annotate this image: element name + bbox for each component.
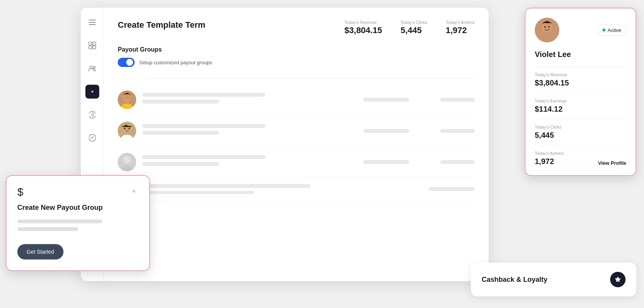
stat-skeleton-2a (363, 129, 409, 133)
stat-skeleton-1a (363, 98, 409, 102)
sk4e (429, 187, 475, 191)
profile-avatar (535, 18, 559, 42)
header-row: Create Template Term Today's Revenue $3,… (118, 20, 475, 35)
clicks-label: Today's Clicks (400, 20, 427, 25)
svg-point-18 (124, 128, 125, 129)
actions-label: Today's Actions (446, 20, 475, 25)
revenue-value: $3,804.15 (344, 25, 382, 35)
divider-revenue (535, 67, 626, 67)
page-title: Create Template Term (118, 20, 205, 30)
get-started-button[interactable]: Get Started (17, 244, 63, 259)
profile-revenue-label: Today's Revenue (535, 72, 626, 77)
stat-skeleton-2b (440, 129, 475, 133)
cashback-icon (610, 272, 626, 287)
profile-revenue-value: $3,804.15 (535, 79, 626, 87)
profile-actions-value: 1,972 (535, 157, 564, 166)
svg-point-28 (548, 26, 550, 28)
clicks-value: 5,445 (400, 25, 422, 35)
member-info-1 (142, 93, 357, 107)
svg-point-23 (123, 156, 131, 164)
divider-1 (118, 78, 475, 78)
member-row-3[interactable] (118, 147, 475, 178)
profile-clicks: Today's Clicks 5,445 (535, 125, 626, 140)
payout-toggle[interactable] (118, 58, 135, 67)
payout-skeleton-1 (17, 219, 102, 223)
payout-skeleton-2 (17, 227, 78, 231)
member-stats-2 (363, 129, 475, 133)
bolt-icon[interactable] (85, 108, 99, 122)
profile-clicks-label: Today's Clicks (535, 125, 626, 129)
member-info-2 (142, 124, 357, 138)
clicks-stat: Today's Clicks 5,445 (400, 20, 427, 35)
compass-icon[interactable] (85, 85, 99, 99)
toggle-label: Setup customized payout groups (139, 60, 212, 65)
profile-revenue: Today's Revenue $3,804.15 (535, 72, 626, 87)
divider-actions (535, 145, 626, 146)
dollar-icon: $ (17, 187, 23, 198)
skeleton-name-2 (142, 124, 265, 128)
close-button[interactable]: × (129, 187, 138, 196)
sk4c (142, 184, 310, 188)
revenue-label: Today's Revenue (344, 20, 377, 25)
menu-icon[interactable] (85, 15, 99, 29)
section-title: Payout Groups (118, 46, 475, 53)
svg-point-8 (93, 67, 95, 69)
dashboard-icon[interactable] (85, 38, 99, 52)
svg-rect-2 (89, 24, 96, 25)
actions-stat: Today's Actions 1,972 (446, 20, 475, 35)
active-badge: Active (597, 25, 626, 36)
profile-footer: Today's Actions 1,972 View Profile (535, 151, 626, 166)
view-profile-button[interactable]: View Profile (598, 160, 626, 166)
svg-point-21 (125, 125, 128, 127)
svg-rect-0 (89, 20, 96, 20)
skeleton-detail-3 (142, 162, 219, 166)
member-stats-3 (363, 160, 475, 164)
cashback-title: Cashback & Loyalty (482, 276, 547, 284)
profile-earnings-label: Today's Earnings (535, 99, 626, 103)
toggle-row: Setup customized payout groups (118, 58, 475, 67)
svg-point-27 (544, 26, 546, 28)
svg-rect-3 (89, 42, 92, 45)
svg-point-10 (89, 111, 95, 118)
main-content: Create Template Term Today's Revenue $3,… (104, 8, 489, 281)
avatar-1 (118, 90, 136, 109)
actions-value: 1,972 (446, 25, 467, 35)
stat-skeleton-3a (363, 160, 409, 164)
profile-clicks-value: 5,445 (535, 131, 626, 140)
revenue-stat: Today's Revenue $3,804.15 (344, 20, 382, 35)
stat-skeleton-1b (440, 98, 475, 102)
skeleton-name-3 (142, 155, 265, 159)
payout-card-header: $ × (17, 187, 138, 198)
payout-card: $ × Create New Payout Group Get Started (6, 175, 150, 271)
avatar-2 (118, 122, 136, 140)
skeleton-detail-2 (142, 131, 219, 135)
active-label: Active (608, 27, 621, 33)
svg-point-19 (128, 128, 130, 129)
profile-earnings: Today's Earnings $114.12 (535, 99, 626, 114)
users-icon[interactable] (85, 62, 99, 75)
skeleton-row-4 (118, 178, 475, 201)
payout-groups-section: Payout Groups Setup customized payout gr… (118, 46, 475, 67)
svg-rect-4 (93, 42, 96, 45)
svg-rect-6 (93, 46, 96, 49)
member-stats-1 (363, 98, 475, 102)
svg-rect-5 (89, 46, 92, 49)
shield-icon[interactable] (85, 131, 99, 145)
member-row-1[interactable] (118, 84, 475, 116)
skeleton-detail-1 (142, 100, 219, 104)
svg-rect-1 (89, 22, 96, 23)
stats-row: Today's Revenue $3,804.15 Today's Clicks… (344, 20, 475, 35)
member-info-3 (142, 155, 357, 169)
profile-card: Active Violet Lee Today's Revenue $3,804… (525, 8, 636, 176)
cashback-card[interactable]: Cashback & Loyalty (471, 263, 636, 296)
skeleton-name-1 (142, 93, 265, 97)
skeleton-4b (142, 184, 422, 194)
divider-earnings (535, 93, 626, 93)
profile-actions-label: Today's Actions (535, 151, 564, 156)
payout-card-title: Create New Payout Group (17, 204, 138, 212)
divider-clicks (535, 119, 626, 119)
profile-earnings-value: $114.12 (535, 105, 626, 114)
profile-name: Violet Lee (535, 50, 626, 59)
avatar-3 (118, 153, 136, 171)
member-row-2[interactable] (118, 116, 475, 147)
